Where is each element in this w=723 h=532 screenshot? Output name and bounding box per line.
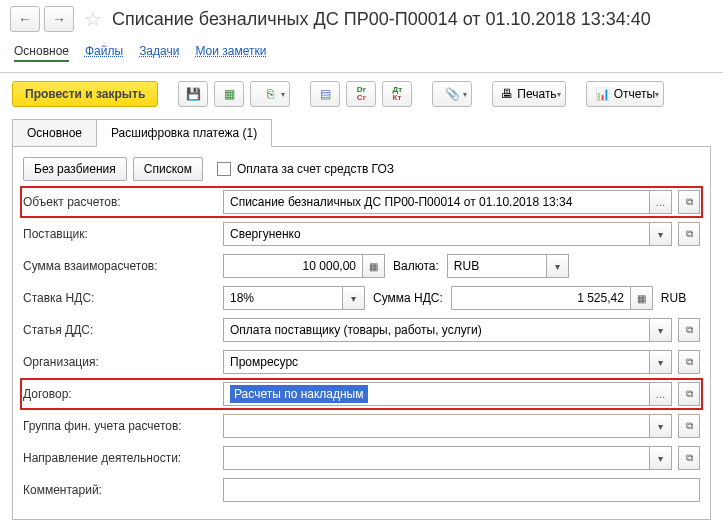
print-icon: 🖶 [501, 87, 513, 101]
group-input[interactable] [223, 414, 650, 438]
chart-icon: 📊 [595, 87, 610, 101]
vatrate-input[interactable] [223, 286, 343, 310]
label-comment: Комментарий: [23, 483, 223, 497]
tab-files[interactable]: Файлы [85, 42, 123, 62]
label-vatrate: Ставка НДС: [23, 291, 223, 305]
object-open[interactable]: ⧉ [678, 190, 700, 214]
currency-dropdown[interactable]: ▾ [547, 254, 569, 278]
contract-select[interactable]: … [650, 382, 672, 406]
list-button[interactable]: ▤ [310, 81, 340, 107]
dds-open[interactable]: ⧉ [678, 318, 700, 342]
post-and-close-button[interactable]: Провести и закрыть [12, 81, 158, 107]
label-org: Организация: [23, 355, 223, 369]
label-sum: Сумма взаиморасчетов: [23, 259, 223, 273]
goz-label: Оплата за счет средств ГОЗ [237, 162, 394, 176]
supplier-input[interactable] [223, 222, 650, 246]
dtkt-button[interactable]: ДтКт [382, 81, 412, 107]
subtab-details[interactable]: Расшифровка платежа (1) [96, 119, 272, 147]
contract-input[interactable]: Расчеты по накладным [223, 382, 650, 406]
clip-icon: 📎 [445, 87, 460, 101]
direction-open[interactable]: ⧉ [678, 446, 700, 470]
tab-notes[interactable]: Мои заметки [195, 42, 266, 62]
object-input[interactable] [223, 190, 650, 214]
subtab-main[interactable]: Основное [12, 119, 97, 147]
label-supplier: Поставщик: [23, 227, 223, 241]
save-button[interactable]: 💾 [178, 81, 208, 107]
create-based-button[interactable]: ⎘ [250, 81, 290, 107]
print-button[interactable]: 🖶Печать [492, 81, 565, 107]
tab-main[interactable]: Основное [14, 42, 69, 62]
label-contract: Договор: [23, 387, 223, 401]
tab-tasks[interactable]: Задачи [139, 42, 179, 62]
forward-button[interactable]: → [44, 6, 74, 32]
vatsum-calc[interactable]: ▦ [631, 286, 653, 310]
sum-calc[interactable]: ▦ [363, 254, 385, 278]
favorite-icon[interactable]: ☆ [84, 7, 102, 31]
label-group: Группа фин. учета расчетов: [23, 419, 223, 433]
comment-input[interactable] [223, 478, 700, 502]
org-input[interactable] [223, 350, 650, 374]
label-direction: Направление деятельности: [23, 451, 223, 465]
dds-dropdown[interactable]: ▾ [650, 318, 672, 342]
org-open[interactable]: ⧉ [678, 350, 700, 374]
save-icon: 💾 [186, 87, 201, 101]
list-mode-button[interactable]: Списком [133, 157, 203, 181]
attach-button[interactable]: 📎 [432, 81, 472, 107]
direction-input[interactable] [223, 446, 650, 470]
sum-input[interactable] [223, 254, 363, 278]
direction-dropdown[interactable]: ▾ [650, 446, 672, 470]
vatsum-input[interactable] [451, 286, 631, 310]
dtkt-icon: ДтКт [393, 86, 403, 102]
supplier-open[interactable]: ⧉ [678, 222, 700, 246]
list-icon: ▤ [320, 87, 331, 101]
supplier-dropdown[interactable]: ▾ [650, 222, 672, 246]
label-object: Объект расчетов: [23, 195, 223, 209]
label-vatsum: Сумма НДС: [365, 286, 451, 310]
vatrate-dropdown[interactable]: ▾ [343, 286, 365, 310]
object-select[interactable]: … [650, 190, 672, 214]
copy-icon: ⎘ [267, 87, 274, 101]
goz-checkbox[interactable] [217, 162, 231, 176]
reports-button[interactable]: 📊Отчеты [586, 81, 664, 107]
no-split-button[interactable]: Без разбиения [23, 157, 127, 181]
group-open[interactable]: ⧉ [678, 414, 700, 438]
back-button[interactable]: ← [10, 6, 40, 32]
dds-input[interactable] [223, 318, 650, 342]
label-dds: Статья ДДС: [23, 323, 223, 337]
drkt-icon: DrCr [357, 86, 366, 102]
label-currency: Валюта: [385, 254, 447, 278]
org-dropdown[interactable]: ▾ [650, 350, 672, 374]
drkt-button[interactable]: DrCr [346, 81, 376, 107]
contract-open[interactable]: ⧉ [678, 382, 700, 406]
group-dropdown[interactable]: ▾ [650, 414, 672, 438]
post-icon: ▦ [224, 87, 235, 101]
page-title: Списание безналичных ДС ПР00-П00014 от 0… [112, 9, 651, 30]
vat-currency: RUB [653, 286, 694, 310]
currency-input[interactable] [447, 254, 547, 278]
post-button[interactable]: ▦ [214, 81, 244, 107]
